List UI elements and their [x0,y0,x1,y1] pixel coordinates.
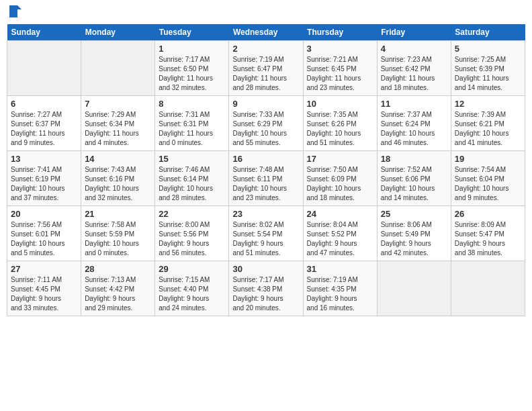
date-number: 14 [85,154,151,164]
calendar-cell: 27Sunrise: 7:11 AM Sunset: 4:45 PM Dayli… [7,261,81,316]
day-header-wednesday: Wednesday [229,24,303,41]
calendar-cell [451,261,525,316]
calendar-cell: 26Sunrise: 8:09 AM Sunset: 5:47 PM Dayli… [451,206,525,261]
logo [7,7,23,19]
cell-sun-info: Sunrise: 8:02 AM Sunset: 5:54 PM Dayligh… [232,220,299,258]
date-number: 6 [11,99,77,109]
calendar-header-row: SundayMondayTuesdayWednesdayThursdayFrid… [7,24,525,41]
date-number: 31 [307,264,373,274]
cell-sun-info: Sunrise: 7:25 AM Sunset: 6:39 PM Dayligh… [455,55,521,93]
svg-marker-0 [9,5,21,17]
date-number: 9 [232,99,299,109]
cell-sun-info: Sunrise: 7:41 AM Sunset: 6:19 PM Dayligh… [11,165,77,203]
date-number: 21 [85,209,151,219]
cell-sun-info: Sunrise: 7:37 AM Sunset: 6:24 PM Dayligh… [381,110,447,148]
calendar-cell: 31Sunrise: 7:19 AM Sunset: 4:35 PM Dayli… [303,261,377,316]
cell-sun-info: Sunrise: 8:09 AM Sunset: 5:47 PM Dayligh… [455,220,521,258]
week-row-1: 1Sunrise: 7:17 AM Sunset: 6:50 PM Daylig… [7,41,525,96]
day-header-monday: Monday [81,24,155,41]
calendar-cell: 5Sunrise: 7:25 AM Sunset: 6:39 PM Daylig… [451,41,525,96]
week-row-2: 6Sunrise: 7:27 AM Sunset: 6:37 PM Daylig… [7,96,525,151]
header [7,7,525,19]
cell-sun-info: Sunrise: 7:13 AM Sunset: 4:42 PM Dayligh… [85,275,151,313]
week-row-4: 20Sunrise: 7:56 AM Sunset: 6:01 PM Dayli… [7,206,525,261]
day-header-thursday: Thursday [303,24,377,41]
date-number: 15 [159,154,225,164]
cell-sun-info: Sunrise: 7:21 AM Sunset: 6:45 PM Dayligh… [307,55,373,93]
calendar-cell: 4Sunrise: 7:23 AM Sunset: 6:42 PM Daylig… [377,41,451,96]
calendar-body: 1Sunrise: 7:17 AM Sunset: 6:50 PM Daylig… [7,41,525,316]
calendar-cell [7,41,81,96]
date-number: 11 [381,99,447,109]
calendar-table: SundayMondayTuesdayWednesdayThursdayFrid… [7,24,525,316]
calendar-cell: 10Sunrise: 7:35 AM Sunset: 6:26 PM Dayli… [303,96,377,151]
date-number: 26 [455,209,521,219]
calendar-cell: 23Sunrise: 8:02 AM Sunset: 5:54 PM Dayli… [229,206,303,261]
cell-sun-info: Sunrise: 8:04 AM Sunset: 5:52 PM Dayligh… [307,220,373,258]
calendar-cell: 7Sunrise: 7:29 AM Sunset: 6:34 PM Daylig… [81,96,155,151]
cell-sun-info: Sunrise: 7:15 AM Sunset: 4:40 PM Dayligh… [159,275,225,313]
cell-sun-info: Sunrise: 7:23 AM Sunset: 6:42 PM Dayligh… [381,55,447,93]
date-number: 1 [159,44,225,54]
date-number: 28 [85,264,151,274]
calendar-cell: 11Sunrise: 7:37 AM Sunset: 6:24 PM Dayli… [377,96,451,151]
date-number: 10 [307,99,373,109]
calendar-cell: 30Sunrise: 7:17 AM Sunset: 4:38 PM Dayli… [229,261,303,316]
cell-sun-info: Sunrise: 7:11 AM Sunset: 4:45 PM Dayligh… [11,275,77,313]
cell-sun-info: Sunrise: 7:43 AM Sunset: 6:16 PM Dayligh… [85,165,151,203]
cell-sun-info: Sunrise: 7:33 AM Sunset: 6:29 PM Dayligh… [232,110,299,148]
date-number: 29 [159,264,225,274]
date-number: 13 [11,154,77,164]
cell-sun-info: Sunrise: 7:17 AM Sunset: 4:38 PM Dayligh… [232,275,299,313]
cell-sun-info: Sunrise: 8:00 AM Sunset: 5:56 PM Dayligh… [159,220,225,258]
calendar-cell: 13Sunrise: 7:41 AM Sunset: 6:19 PM Dayli… [7,151,81,206]
cell-sun-info: Sunrise: 7:31 AM Sunset: 6:31 PM Dayligh… [159,110,225,148]
calendar-cell: 12Sunrise: 7:39 AM Sunset: 6:21 PM Dayli… [451,96,525,151]
date-number: 5 [455,44,521,54]
calendar-cell: 17Sunrise: 7:50 AM Sunset: 6:09 PM Dayli… [303,151,377,206]
cell-sun-info: Sunrise: 7:58 AM Sunset: 5:59 PM Dayligh… [85,220,151,258]
cell-sun-info: Sunrise: 7:46 AM Sunset: 6:14 PM Dayligh… [159,165,225,203]
logo-icon [8,4,23,19]
date-number: 7 [85,99,151,109]
date-number: 22 [159,209,225,219]
cell-sun-info: Sunrise: 7:27 AM Sunset: 6:37 PM Dayligh… [11,110,77,148]
calendar-cell: 21Sunrise: 7:58 AM Sunset: 5:59 PM Dayli… [81,206,155,261]
cell-sun-info: Sunrise: 7:19 AM Sunset: 4:35 PM Dayligh… [307,275,373,313]
cell-sun-info: Sunrise: 7:39 AM Sunset: 6:21 PM Dayligh… [455,110,521,148]
date-number: 2 [232,44,299,54]
date-number: 24 [307,209,373,219]
date-number: 8 [159,99,225,109]
date-number: 19 [455,154,521,164]
date-number: 25 [381,209,447,219]
date-number: 18 [381,154,447,164]
cell-sun-info: Sunrise: 7:35 AM Sunset: 6:26 PM Dayligh… [307,110,373,148]
date-number: 20 [11,209,77,219]
cell-sun-info: Sunrise: 7:48 AM Sunset: 6:11 PM Dayligh… [232,165,299,203]
day-header-saturday: Saturday [451,24,525,41]
calendar-cell: 9Sunrise: 7:33 AM Sunset: 6:29 PM Daylig… [229,96,303,151]
cell-sun-info: Sunrise: 7:19 AM Sunset: 6:47 PM Dayligh… [232,55,299,93]
calendar-cell: 8Sunrise: 7:31 AM Sunset: 6:31 PM Daylig… [155,96,229,151]
date-number: 4 [381,44,447,54]
calendar-cell: 14Sunrise: 7:43 AM Sunset: 6:16 PM Dayli… [81,151,155,206]
day-header-sunday: Sunday [7,24,81,41]
week-row-3: 13Sunrise: 7:41 AM Sunset: 6:19 PM Dayli… [7,151,525,206]
cell-sun-info: Sunrise: 7:56 AM Sunset: 6:01 PM Dayligh… [11,220,77,258]
cell-sun-info: Sunrise: 7:29 AM Sunset: 6:34 PM Dayligh… [85,110,151,148]
calendar-cell: 28Sunrise: 7:13 AM Sunset: 4:42 PM Dayli… [81,261,155,316]
date-number: 27 [11,264,77,274]
calendar-cell: 20Sunrise: 7:56 AM Sunset: 6:01 PM Dayli… [7,206,81,261]
calendar-cell: 29Sunrise: 7:15 AM Sunset: 4:40 PM Dayli… [155,261,229,316]
calendar-cell: 24Sunrise: 8:04 AM Sunset: 5:52 PM Dayli… [303,206,377,261]
date-number: 3 [307,44,373,54]
date-number: 30 [232,264,299,274]
cell-sun-info: Sunrise: 7:50 AM Sunset: 6:09 PM Dayligh… [307,165,373,203]
calendar-cell: 2Sunrise: 7:19 AM Sunset: 6:47 PM Daylig… [229,41,303,96]
calendar-cell: 6Sunrise: 7:27 AM Sunset: 6:37 PM Daylig… [7,96,81,151]
date-number: 17 [307,154,373,164]
day-header-friday: Friday [377,24,451,41]
calendar-cell: 25Sunrise: 8:06 AM Sunset: 5:49 PM Dayli… [377,206,451,261]
calendar-cell [81,41,155,96]
calendar-cell [377,261,451,316]
